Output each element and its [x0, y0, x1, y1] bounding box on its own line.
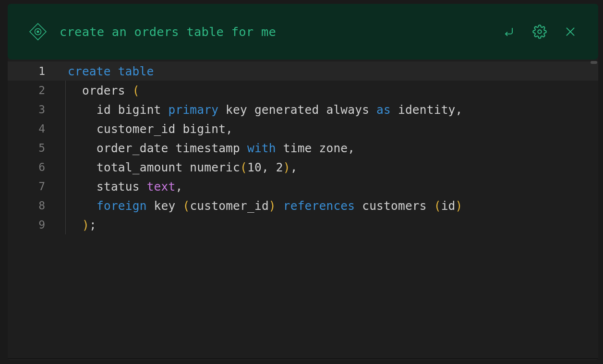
prompt-toolbar: [501, 24, 578, 39]
close-icon[interactable]: [563, 24, 578, 39]
line-number: 8: [8, 199, 65, 212]
code-line[interactable]: 4customer_id bigint,: [8, 119, 598, 138]
scrollbar-thumb[interactable]: [591, 61, 597, 64]
code-content[interactable]: id bigint primary key generated always a…: [66, 103, 463, 117]
line-number: 6: [8, 161, 65, 173]
editor-frame: create an orders table for me: [8, 4, 598, 360]
code-line[interactable]: 5order_date timestamp with time zone,: [8, 138, 598, 158]
code-content[interactable]: foreign key (customer_id) references cus…: [66, 199, 463, 213]
ai-prompt-bar: create an orders table for me: [8, 4, 598, 60]
line-number: 4: [8, 122, 65, 135]
code-line[interactable]: 9);: [8, 215, 598, 234]
gear-icon[interactable]: [532, 24, 547, 39]
line-number: 5: [8, 142, 65, 154]
line-number: 1: [8, 65, 65, 77]
code-content[interactable]: total_amount numeric(10, 2),: [66, 160, 298, 174]
code-line[interactable]: 1create table: [8, 61, 598, 81]
code-editor[interactable]: 1create table2orders (3id bigint primary…: [8, 60, 598, 360]
code-content[interactable]: );: [66, 218, 96, 232]
diamond-eye-icon: [28, 22, 48, 42]
prompt-input[interactable]: create an orders table for me: [60, 24, 490, 39]
code-line[interactable]: 2orders (: [8, 81, 598, 100]
code-content[interactable]: customer_id bigint,: [66, 122, 233, 136]
enter-arrow-icon[interactable]: [501, 24, 517, 39]
code-content[interactable]: create table: [66, 64, 154, 78]
code-content[interactable]: order_date timestamp with time zone,: [66, 141, 355, 155]
code-content[interactable]: status text,: [66, 180, 182, 194]
code-line[interactable]: 3id bigint primary key generated always …: [8, 100, 598, 119]
svg-point-1: [37, 31, 39, 33]
line-number: 9: [8, 218, 65, 231]
code-line[interactable]: 7status text,: [8, 177, 598, 196]
line-number: 3: [8, 103, 65, 116]
svg-point-2: [538, 30, 542, 34]
code-content[interactable]: orders (: [66, 84, 140, 97]
code-line[interactable]: 8foreign key (customer_id) references cu…: [8, 196, 598, 215]
code-line[interactable]: 6total_amount numeric(10, 2),: [8, 158, 598, 177]
line-number: 7: [8, 180, 65, 193]
line-number: 2: [8, 84, 65, 97]
editor-divider: [8, 358, 598, 360]
